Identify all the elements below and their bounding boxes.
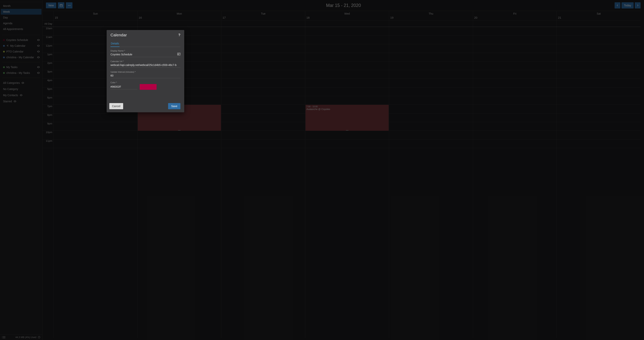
- color-swatch[interactable]: [140, 84, 156, 90]
- dialog-body: Display Name * Calendar Url * Update Int…: [107, 47, 184, 101]
- color-input[interactable]: [110, 85, 137, 89]
- dialog-footer: Cancel Save: [107, 101, 184, 112]
- field-update-interval: Update Interval (minutes) *: [110, 71, 180, 78]
- update-interval-label: Update Interval (minutes) *: [110, 71, 180, 73]
- update-interval-input[interactable]: [110, 74, 180, 78]
- dialog-tabs: Details: [110, 40, 180, 47]
- help-button[interactable]: ?: [178, 33, 180, 37]
- color-label: Color *: [110, 81, 180, 84]
- field-display-name: Display Name *: [110, 50, 180, 57]
- calendar-url-label: Calendar Url *: [110, 60, 180, 63]
- calendar-url-input[interactable]: [110, 63, 180, 68]
- dialog-title: Calendar: [110, 33, 178, 37]
- field-calendar-url: Calendar Url *: [110, 60, 180, 68]
- svg-point-17: [178, 54, 179, 54]
- app-root: Month Week Day Agenda All Appointments C…: [0, 0, 644, 340]
- save-button[interactable]: Save: [168, 103, 180, 109]
- field-color: Color *: [110, 81, 180, 90]
- contact-card-icon[interactable]: [177, 53, 180, 55]
- display-name-input[interactable]: [110, 52, 180, 57]
- calendar-edit-dialog: Calendar ? Details Display Name * Calend…: [107, 30, 184, 112]
- modal-backdrop[interactable]: [0, 0, 644, 340]
- display-name-label: Display Name *: [110, 50, 180, 52]
- cancel-button[interactable]: Cancel: [109, 103, 123, 109]
- dialog-header: Calendar ?: [107, 30, 184, 39]
- tab-details[interactable]: Details: [110, 40, 120, 47]
